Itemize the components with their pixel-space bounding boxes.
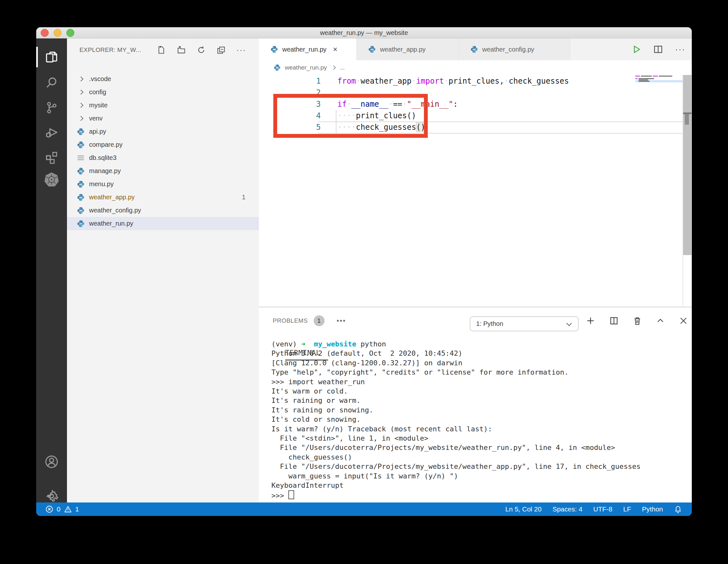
terminal-line: File "<stdin>", line 1, in <module> — [271, 434, 685, 443]
file-row--vscode[interactable]: .vscode — [67, 72, 259, 86]
activity-bar — [36, 38, 67, 502]
new-file-icon[interactable] — [157, 46, 166, 54]
file-row-venv[interactable]: venv — [67, 112, 259, 125]
python-file-icon — [77, 206, 85, 215]
git-branch-icon — [45, 101, 58, 114]
kill-terminal-icon[interactable] — [633, 316, 642, 326]
editor-tab-weather_config-py[interactable]: weather_config.py — [459, 38, 570, 60]
explorer-title: EXPLORER: MY_W... — [79, 38, 141, 62]
file-row-manage-py[interactable]: manage.py — [67, 164, 259, 178]
titlebar[interactable]: weather_run.py — my_website — [36, 27, 692, 38]
tab-bar: weather_run.py× weather_app.py weather_c… — [259, 38, 692, 60]
file-label: api.py — [89, 128, 106, 135]
python-file-icon — [77, 167, 85, 175]
file-row-db-sqlite3[interactable]: db.sqlite3 — [67, 151, 259, 164]
file-label: menu.py — [89, 180, 114, 188]
python-file-icon — [77, 193, 85, 202]
problems-badge: 1 — [314, 315, 325, 326]
gear-icon — [44, 489, 59, 503]
new-folder-icon[interactable] — [177, 46, 186, 54]
breadcrumb-file[interactable]: weather_run.py — [285, 64, 327, 71]
desktop-background: weather_run.py — my_website — [0, 0, 728, 564]
terminal-output[interactable]: (venv) ➜ my_website pythonPython 3.8.2 (… — [271, 339, 685, 500]
minimap[interactable] — [635, 75, 683, 94]
close-panel-icon[interactable] — [679, 316, 688, 326]
explorer-activity-button[interactable] — [36, 46, 67, 69]
run-python-file-icon[interactable] — [632, 45, 641, 54]
panel-tabs: PROBLEMS 1 TERMINAL ••• — [273, 307, 346, 334]
folder-chevron-icon[interactable] — [77, 117, 85, 120]
problems-status[interactable]: 0 1 — [45, 505, 79, 513]
status-language-mode[interactable]: Python — [642, 505, 663, 513]
terminal-line: Python 3.8.2 (default, Oct 2 2020, 10:45… — [271, 349, 685, 358]
python-file-icon — [270, 45, 278, 54]
breadcrumb[interactable]: weather_run.py ... — [259, 60, 692, 75]
bottom-panel: PROBLEMS 1 TERMINAL ••• 1: Python — [259, 307, 692, 502]
bell-icon[interactable] — [674, 505, 682, 513]
problems-count-badge: 1 — [242, 194, 245, 201]
folder-chevron-icon[interactable] — [77, 90, 85, 94]
run-debug-activity-button[interactable] — [36, 121, 67, 144]
file-row-weather_config-py[interactable]: weather_config.py — [67, 204, 259, 217]
collapse-folders-icon[interactable] — [217, 46, 226, 54]
code-line-1[interactable]: 1from·weather_app·import·print_clues,·ch… — [259, 75, 692, 87]
split-editor-icon[interactable] — [653, 45, 663, 54]
terminal-line: File "/Users/ducoterra/Projects/my_websi… — [271, 443, 685, 452]
terminal-line: KeyboardInterrupt — [271, 481, 685, 490]
editor-actions: ··· — [632, 38, 685, 60]
file-row-compare-py[interactable]: compare.py — [67, 138, 259, 151]
search-activity-button[interactable] — [36, 71, 67, 94]
code-editor[interactable]: 1from·weather_app·import·print_clues,·ch… — [259, 75, 692, 307]
editor-more-actions-icon[interactable]: ··· — [675, 45, 685, 54]
kubernetes-activity-button[interactable] — [36, 168, 67, 191]
scrollbar-thumb[interactable] — [685, 114, 689, 125]
editor-tab-weather_app-py[interactable]: weather_app.py — [357, 38, 459, 60]
file-label: db.sqlite3 — [89, 154, 117, 162]
file-row-weather_run-py[interactable]: weather_run.py — [67, 217, 259, 230]
extensions-activity-button[interactable] — [36, 145, 67, 169]
python-file-icon — [77, 220, 85, 228]
files-icon — [45, 51, 58, 64]
terminal-line: (venv) ➜ my_website python — [271, 339, 685, 349]
status-encoding[interactable]: UTF-8 — [593, 505, 613, 513]
file-row-menu-py[interactable]: menu.py — [67, 178, 259, 191]
status-indentation[interactable]: Spaces: 4 — [552, 505, 582, 513]
close-tab-icon[interactable]: × — [333, 46, 337, 53]
more-actions-icon[interactable]: ··· — [236, 46, 246, 54]
panel-more-icon[interactable]: ••• — [337, 317, 346, 325]
account-button[interactable] — [36, 450, 67, 473]
file-row-mysite[interactable]: mysite — [67, 99, 259, 112]
terminal-line: It's warm or cold. — [271, 386, 685, 396]
file-row-api-py[interactable]: api.py — [67, 125, 259, 138]
maximize-panel-icon[interactable] — [656, 316, 665, 325]
file-label: weather_config.py — [89, 207, 141, 214]
source-control-activity-button[interactable] — [36, 96, 67, 119]
folder-chevron-icon[interactable] — [77, 104, 85, 107]
terminal-line: Type "help", "copyright", "credits" or "… — [271, 368, 685, 377]
terminal-line: check_guesses() — [271, 452, 685, 462]
editor-tab-weather_run-py[interactable]: weather_run.py× — [259, 38, 357, 60]
status-cursor-position[interactable]: Ln 5, Col 20 — [505, 505, 542, 513]
terminal-select-value: 1: Python — [476, 320, 503, 328]
annotation-red-box — [273, 94, 428, 138]
window-title: weather_run.py — my_website — [36, 27, 692, 38]
new-terminal-icon[interactable] — [586, 316, 595, 326]
breadcrumb-symbol[interactable]: ... — [340, 64, 345, 71]
code-text: from·weather_app·import·print_clues,·che… — [337, 75, 569, 87]
chevron-right-icon — [331, 65, 336, 70]
file-row-config[interactable]: config — [67, 86, 259, 99]
file-row-weather_app-py[interactable]: weather_app.py1 — [67, 191, 259, 204]
terminal-line: Is it warm? (y/n) Traceback (most recent… — [271, 424, 685, 434]
warning-triangle-icon — [64, 505, 72, 513]
refresh-icon[interactable] — [197, 46, 206, 54]
status-eol[interactable]: LF — [623, 505, 631, 513]
problems-label: PROBLEMS — [273, 317, 308, 324]
split-terminal-icon[interactable] — [609, 316, 619, 326]
tab-problems[interactable]: PROBLEMS — [273, 307, 308, 334]
folder-chevron-icon[interactable] — [77, 77, 85, 81]
file-label: manage.py — [89, 167, 121, 175]
terminal-select[interactable]: 1: Python — [470, 316, 579, 331]
status-right-items: Ln 5, Col 20Spaces: 4UTF-8LFPython — [505, 505, 682, 513]
editor-scrollbar[interactable] — [683, 75, 691, 255]
database-file-icon — [77, 154, 85, 161]
